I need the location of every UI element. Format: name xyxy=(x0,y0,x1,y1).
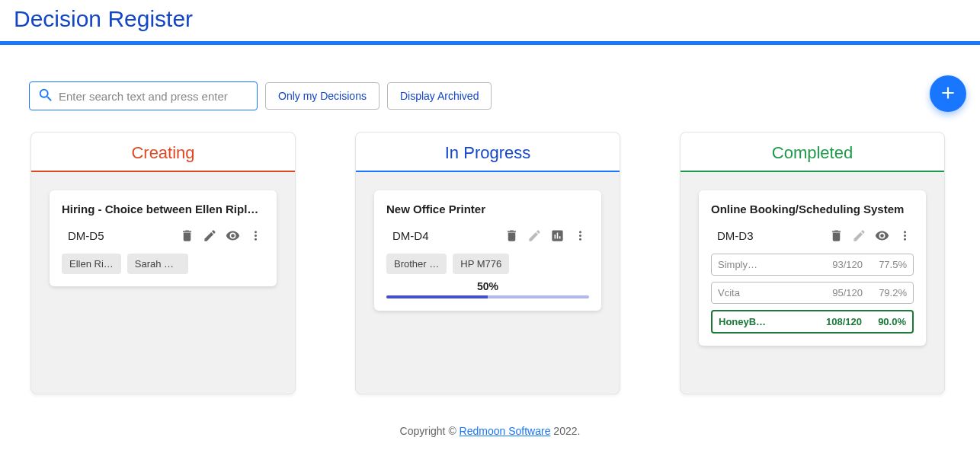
delete-icon[interactable] xyxy=(178,226,196,244)
progress-fill xyxy=(386,295,488,298)
view-icon[interactable] xyxy=(873,226,891,244)
column-header-creating: Creating xyxy=(31,132,295,172)
more-icon[interactable] xyxy=(246,226,264,244)
card-title: Online Booking/Scheduling System xyxy=(711,203,914,215)
result-row[interactable]: Vcita95/12079.2% xyxy=(711,282,914,304)
card-title: New Office Printer xyxy=(386,203,589,215)
card-id: DM-D4 xyxy=(392,229,498,242)
search-box[interactable] xyxy=(29,81,258,110)
result-percent: 90.0% xyxy=(868,316,906,327)
edit-icon xyxy=(525,226,543,244)
plus-icon xyxy=(938,83,958,105)
result-score: 93/120 xyxy=(817,259,863,270)
column-creating: Creating Hiring - Choice between Ellen R… xyxy=(30,132,296,394)
option-chip[interactable]: Brother … xyxy=(386,254,447,274)
footer-suffix: 2022. xyxy=(550,425,580,437)
decision-card[interactable]: Hiring - Choice between Ellen Ripl… DM-D… xyxy=(50,190,277,286)
display-archived-button[interactable]: Display Archived xyxy=(387,82,492,110)
footer-link[interactable]: Redmoon Software xyxy=(460,425,551,437)
only-my-decisions-button[interactable]: Only my Decisions xyxy=(265,82,380,110)
result-name: Simply… xyxy=(718,259,811,270)
search-input[interactable] xyxy=(59,90,249,103)
result-score: 95/120 xyxy=(817,287,863,298)
progress-bar xyxy=(386,295,589,298)
add-decision-button[interactable] xyxy=(930,75,966,112)
chart-icon[interactable] xyxy=(548,226,566,244)
column-header-in-progress: In Progress xyxy=(356,132,620,172)
column-completed: Completed Online Booking/Scheduling Syst… xyxy=(680,132,945,394)
view-icon[interactable] xyxy=(223,226,242,244)
column-in-progress: In Progress New Office Printer DM-D4 Bro… xyxy=(355,132,620,394)
card-id: DM-D5 xyxy=(68,229,173,242)
card-id: DM-D3 xyxy=(717,229,822,242)
result-name: HoneyB… xyxy=(719,316,810,327)
delete-icon[interactable] xyxy=(502,226,520,244)
column-header-completed: Completed xyxy=(681,132,944,172)
footer-prefix: Copyright © xyxy=(400,425,460,437)
search-icon xyxy=(37,87,54,106)
decision-card[interactable]: Online Booking/Scheduling System DM-D3 S… xyxy=(699,190,926,346)
result-row[interactable]: HoneyB…108/12090.0% xyxy=(711,310,914,334)
card-title: Hiring - Choice between Ellen Ripl… xyxy=(62,203,264,215)
footer: Copyright © Redmoon Software 2022. xyxy=(0,425,980,452)
edit-icon xyxy=(850,226,868,244)
delete-icon[interactable] xyxy=(827,226,845,244)
result-percent: 77.5% xyxy=(869,259,907,270)
result-score: 108/120 xyxy=(816,316,862,327)
page-title: Decision Register xyxy=(14,6,966,32)
option-chip[interactable]: HP M776 xyxy=(453,254,509,274)
decision-card[interactable]: New Office Printer DM-D4 Brother … HP M7… xyxy=(374,190,601,311)
result-row[interactable]: Simply…93/12077.5% xyxy=(711,254,914,276)
option-chip[interactable]: Sarah C… xyxy=(127,254,188,274)
option-chip[interactable]: Ellen Ri… xyxy=(62,254,121,274)
more-icon[interactable] xyxy=(571,226,589,244)
edit-icon[interactable] xyxy=(200,226,219,244)
more-icon[interactable] xyxy=(895,226,914,244)
progress-label: 50% xyxy=(386,280,589,292)
result-percent: 79.2% xyxy=(869,287,907,298)
result-name: Vcita xyxy=(718,287,811,298)
